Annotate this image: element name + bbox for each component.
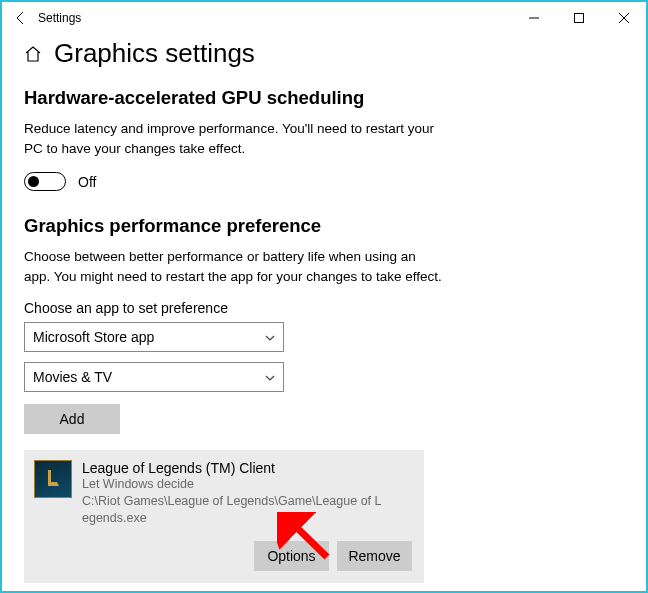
- titlebar: Settings: [2, 2, 646, 34]
- choose-app-label: Choose an app to set preference: [24, 300, 624, 316]
- chevron-down-icon: [265, 371, 275, 383]
- app-select[interactable]: Movies & TV: [24, 362, 284, 392]
- svg-rect-1: [574, 14, 583, 23]
- add-button[interactable]: Add: [24, 404, 120, 434]
- close-button[interactable]: [601, 3, 646, 33]
- app-icon: [34, 460, 72, 498]
- app-type-value: Microsoft Store app: [33, 329, 154, 345]
- app-item-movies-tv[interactable]: Movies & TV Let Windows decide: [24, 583, 424, 593]
- app-item-league-of-legends[interactable]: League of Legends (TM) Client Let Window…: [24, 450, 424, 537]
- toggle-knob: [28, 176, 39, 187]
- app-list: League of Legends (TM) Client Let Window…: [24, 450, 424, 593]
- section-gpu-desc: Reduce latency and improve performance. …: [24, 119, 444, 158]
- section-perf-desc: Choose between better performance or bat…: [24, 247, 444, 286]
- gpu-scheduling-toggle-label: Off: [78, 174, 96, 190]
- app-subtitle: Let Windows decide: [82, 476, 412, 493]
- content: Graphics settings Hardware-accelerated G…: [2, 34, 646, 593]
- gpu-scheduling-toggle[interactable]: [24, 172, 66, 191]
- window-title: Settings: [38, 11, 81, 25]
- options-button[interactable]: Options: [254, 541, 329, 571]
- maximize-button[interactable]: [556, 3, 601, 33]
- section-gpu-heading: Hardware-accelerated GPU scheduling: [24, 87, 624, 109]
- app-select-value: Movies & TV: [33, 369, 112, 385]
- app-path: C:\Riot Games\League of Legends\Game\Lea…: [82, 493, 382, 527]
- back-button[interactable]: [10, 7, 32, 29]
- home-icon[interactable]: [24, 45, 42, 63]
- app-item-actions: Options Remove: [24, 537, 424, 583]
- page-title: Graphics settings: [54, 38, 255, 69]
- app-name: League of Legends (TM) Client: [82, 460, 412, 476]
- section-perf-heading: Graphics performance preference: [24, 215, 624, 237]
- remove-button[interactable]: Remove: [337, 541, 412, 571]
- minimize-button[interactable]: [511, 3, 556, 33]
- app-type-select[interactable]: Microsoft Store app: [24, 322, 284, 352]
- chevron-down-icon: [265, 331, 275, 343]
